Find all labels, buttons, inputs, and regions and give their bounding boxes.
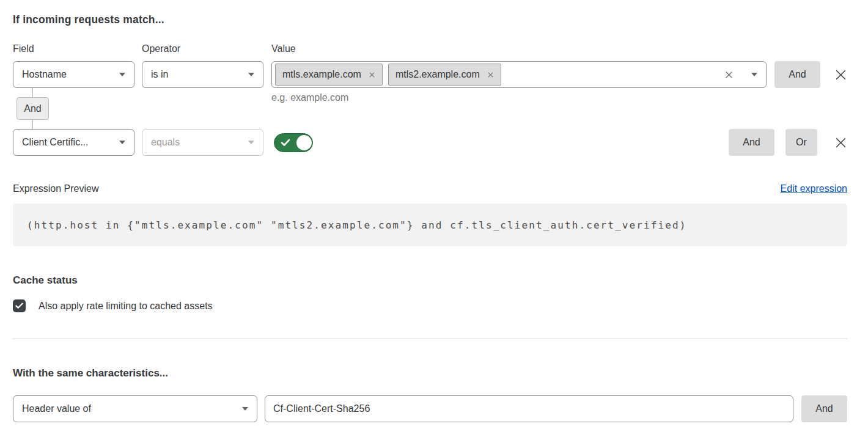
- characteristics-title: With the same characteristics...: [13, 367, 847, 380]
- tag-chip: mtls.example.com: [275, 64, 383, 86]
- tag-chip-text: mtls2.example.com: [395, 69, 480, 80]
- value-column-label: Value: [271, 43, 847, 54]
- expression-preview-header: Expression Preview Edit expression: [13, 183, 847, 194]
- connector-line: [32, 120, 33, 129]
- chevron-down-icon: [242, 407, 248, 411]
- field-column-label: Field: [13, 43, 142, 54]
- edit-expression-link[interactable]: Edit expression: [781, 183, 847, 194]
- characteristic-select-value: Header value of: [22, 403, 91, 414]
- expression-preview-label: Expression Preview: [13, 183, 99, 194]
- operator-select-2: equals: [142, 129, 263, 156]
- cached-assets-checkbox[interactable]: [13, 299, 26, 312]
- tag-chip: mtls2.example.com: [388, 64, 501, 86]
- remove-condition-button-1[interactable]: [834, 61, 847, 88]
- chevron-down-icon: [248, 141, 254, 144]
- column-labels: Field Operator Value: [13, 43, 847, 54]
- add-characteristic-and-button[interactable]: And: [801, 395, 847, 422]
- operator-select-2-value: equals: [151, 137, 180, 148]
- field-select-1[interactable]: Hostname: [13, 61, 134, 88]
- clear-value-icon[interactable]: [724, 70, 734, 79]
- expression-code: (http.host in {"mtls.example.com" "mtls2…: [13, 204, 847, 246]
- condition-row-1: Hostname is in mtls.example.com mtls2.ex…: [13, 61, 847, 88]
- characteristic-select[interactable]: Header value of: [13, 395, 257, 422]
- condition-connector: And: [17, 88, 847, 129]
- condition-row-2: Client Certific... equals And Or: [13, 129, 847, 156]
- value-multiselect[interactable]: mtls.example.com mtls2.example.com: [271, 61, 767, 88]
- header-name-input[interactable]: [265, 395, 793, 422]
- characteristic-row: Header value of And: [13, 395, 847, 422]
- cert-verified-toggle[interactable]: [274, 133, 313, 152]
- remove-tag-icon[interactable]: [487, 72, 494, 78]
- value-controls: [724, 70, 757, 79]
- toggle-knob: [296, 135, 312, 150]
- field-select-1-value: Hostname: [22, 69, 67, 80]
- cache-checkbox-row: Also apply rate limiting to cached asset…: [13, 299, 847, 312]
- remove-condition-button-2[interactable]: [834, 129, 847, 156]
- section-divider: [13, 339, 847, 339]
- cache-status-title: Cache status: [13, 274, 847, 287]
- or-button-row-2[interactable]: Or: [785, 129, 817, 156]
- tag-chip-text: mtls.example.com: [282, 69, 361, 80]
- field-select-2-value: Client Certific...: [22, 137, 88, 148]
- and-button-row-1[interactable]: And: [774, 61, 820, 88]
- chevron-down-icon: [248, 73, 254, 76]
- operator-column-label: Operator: [142, 43, 271, 54]
- value-multiselect-wrapper: mtls.example.com mtls2.example.com: [271, 61, 767, 88]
- cached-assets-checkbox-label: Also apply rate limiting to cached asset…: [39, 301, 213, 312]
- and-button-row-2[interactable]: And: [729, 129, 774, 156]
- field-select-2[interactable]: Client Certific...: [13, 129, 134, 156]
- chevron-down-icon[interactable]: [751, 73, 757, 76]
- operator-select-1-value: is in: [151, 69, 168, 80]
- remove-tag-icon[interactable]: [369, 72, 375, 78]
- match-section-title: If incoming requests match...: [13, 13, 847, 26]
- operator-select-1[interactable]: is in: [142, 61, 263, 88]
- row-2-actions: And Or: [729, 129, 847, 156]
- chevron-down-icon: [119, 73, 125, 76]
- connector-line: [32, 88, 33, 97]
- chevron-down-icon: [119, 141, 125, 144]
- value-helper-text: e.g. example.com: [271, 92, 348, 103]
- rule-builder-page: If incoming requests match... Field Oper…: [0, 0, 868, 422]
- toggle-check-icon: [281, 139, 290, 147]
- connector-and-chip[interactable]: And: [17, 97, 49, 120]
